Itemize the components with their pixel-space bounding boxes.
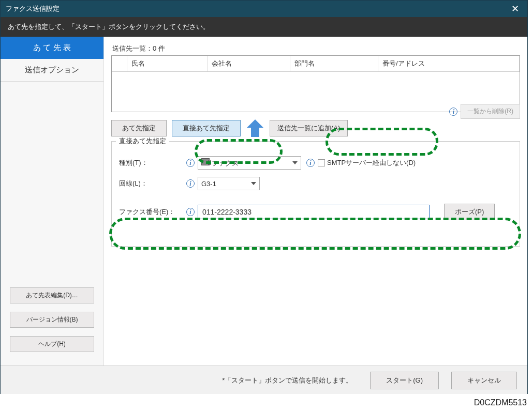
type-select[interactable]: ファクス [198, 156, 301, 170]
col-company[interactable]: 会社名 [208, 56, 290, 71]
dest-spec-tab[interactable]: あて先指定 [111, 120, 167, 136]
footer-note: *「スタート」ボタンで送信を開始します。 [222, 376, 352, 385]
col-addr[interactable]: 番号/アドレス [378, 56, 520, 71]
instruction-bar: あて先を指定して、「スタート」ボタンをクリックしてください。 [1, 17, 527, 37]
recipient-list-header: 氏名 会社名 部門名 番号/アドレス [112, 56, 520, 72]
line-select[interactable]: G3-1 [198, 177, 260, 190]
main-panel: 送信先一覧：0 件 氏名 会社名 部門名 番号/アドレス i 一覧から削除(R)… [104, 37, 527, 366]
window-title: ファクス送信設定 [6, 4, 60, 13]
info-icon[interactable]: i [449, 108, 457, 116]
tab-send-options[interactable]: 送信オプション [1, 59, 104, 82]
footer: *「スタート」ボタンで送信を開始します。 スタート(G) キャンセル [1, 366, 527, 394]
fax-send-settings-window: ファクス送信設定 ✕ あて先を指定して、「スタート」ボタンをクリックしてください… [0, 0, 528, 394]
titlebar: ファクス送信設定 ✕ [1, 1, 527, 17]
fieldset-legend: 直接あて先指定 [116, 136, 169, 146]
direct-dest-fieldset: 直接あて先指定 種別(T)： i ファクス i SMTPサーバー経由しない(D) [111, 141, 520, 247]
info-icon[interactable]: i [186, 179, 195, 188]
direct-dest-spec-tab[interactable]: 直接あて先指定 [172, 120, 241, 136]
cancel-button[interactable]: キャンセル [451, 372, 517, 389]
info-icon[interactable]: i [186, 208, 195, 216]
info-icon[interactable]: i [306, 159, 315, 167]
recipient-list-label: 送信先一覧：0 件 [112, 44, 520, 53]
version-info-button[interactable]: バージョン情報(B) [10, 312, 94, 328]
line-label: 回線(L)： [119, 179, 186, 188]
col-name[interactable]: 氏名 [127, 56, 208, 71]
fax-icon [201, 158, 210, 165]
svg-marker-0 [247, 119, 263, 137]
sidebar: あ て 先 表 送信オプション あて先表編集(D)… バージョン情報(B) ヘル… [1, 37, 104, 366]
help-button[interactable]: ヘルプ(H) [10, 336, 94, 352]
pause-button[interactable]: ポーズ(P) [444, 204, 495, 220]
add-to-list-button[interactable]: 送信先一覧に追加(A) [270, 120, 348, 136]
arrow-up-icon [246, 119, 264, 137]
smtp-checkbox[interactable] [318, 159, 325, 166]
fax-number-input[interactable] [198, 205, 430, 219]
delete-from-list-button: 一覧から削除(R) [461, 104, 520, 119]
tab-destination-list[interactable]: あ て 先 表 [1, 37, 104, 59]
smtp-label: SMTPサーバー経由しない(D) [327, 158, 416, 168]
fax-number-label: ファクス番号(E)： [119, 207, 186, 217]
chevron-down-icon [251, 182, 256, 185]
edit-address-book-button[interactable]: あて先表編集(D)… [10, 287, 94, 303]
info-icon[interactable]: i [186, 159, 195, 167]
col-dept[interactable]: 部門名 [290, 56, 378, 71]
close-icon[interactable]: ✕ [508, 3, 522, 14]
type-label: 種別(T)： [119, 158, 186, 168]
chevron-down-icon [292, 161, 298, 164]
start-button[interactable]: スタート(G) [370, 372, 439, 389]
